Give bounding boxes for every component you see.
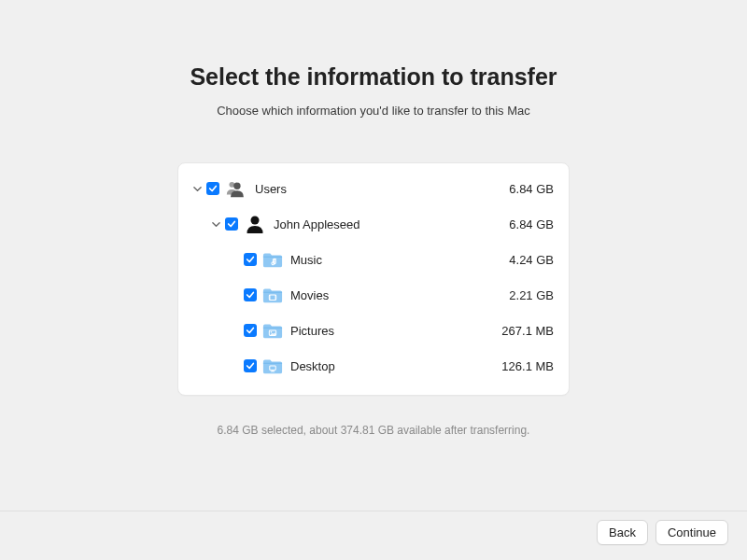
- tree-row-users[interactable]: Users 6.84 GB: [191, 171, 554, 206]
- tree-row-music[interactable]: Music 4.24 GB: [191, 242, 554, 277]
- tree-size: 267.1 MB: [488, 324, 554, 338]
- checkbox-music[interactable]: [244, 253, 257, 266]
- chevron-down-icon[interactable]: [191, 183, 203, 194]
- status-text: 6.84 GB selected, about 374.81 GB availa…: [0, 424, 747, 437]
- tree-label: Desktop: [290, 359, 488, 373]
- folder-movies-icon: [262, 286, 283, 304]
- svg-point-2: [251, 217, 260, 225]
- folder-desktop-icon: [262, 357, 283, 375]
- tree-size: 4.24 GB: [488, 253, 554, 267]
- tree-size: 2.21 GB: [488, 288, 554, 302]
- tree-label: Users: [255, 182, 488, 196]
- user-silhouette-icon: [244, 214, 266, 234]
- svg-rect-5: [275, 295, 275, 301]
- folder-music-icon: [262, 250, 283, 269]
- checkbox-users[interactable]: [206, 182, 219, 195]
- checkbox-pictures[interactable]: [244, 324, 257, 337]
- tree-row-desktop[interactable]: Desktop 126.1 MB: [191, 348, 554, 384]
- folder-pictures-icon: [262, 321, 283, 340]
- svg-rect-4: [269, 295, 270, 301]
- footer-divider: [0, 511, 747, 511]
- back-button[interactable]: Back: [597, 520, 648, 545]
- tree-size: 6.84 GB: [488, 217, 554, 231]
- tree-label: John Appleseed: [274, 217, 488, 231]
- svg-point-1: [233, 183, 240, 189]
- checkbox-movies[interactable]: [244, 288, 257, 301]
- tree-label: Music: [290, 253, 488, 267]
- tree-size: 6.84 GB: [488, 182, 554, 196]
- checkbox-desktop[interactable]: [244, 359, 257, 372]
- tree-row-user[interactable]: John Appleseed 6.84 GB: [191, 206, 554, 242]
- tree-size: 126.1 MB: [488, 359, 554, 373]
- footer-buttons: Back Continue: [597, 520, 728, 545]
- tree-row-movies[interactable]: Movies 2.21 GB: [191, 277, 554, 313]
- checkbox-user[interactable]: [225, 217, 238, 231]
- tree-label: Movies: [290, 288, 488, 302]
- page-subtitle: Choose which information you'd like to t…: [0, 104, 747, 118]
- svg-point-7: [271, 331, 273, 333]
- transfer-tree-panel: Users 6.84 GB John Appleseed 6.84 GB: [177, 162, 570, 396]
- continue-button[interactable]: Continue: [655, 520, 728, 545]
- page-title: Select the information to transfer: [0, 63, 747, 91]
- tree-label: Pictures: [290, 324, 488, 338]
- users-group-icon: [225, 178, 247, 199]
- tree-row-pictures[interactable]: Pictures 267.1 MB: [191, 313, 554, 348]
- chevron-down-icon[interactable]: [210, 218, 221, 230]
